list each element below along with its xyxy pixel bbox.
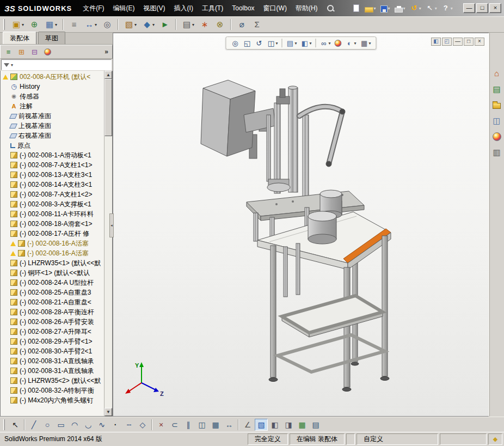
dropdown-arrow-icon[interactable]: ▾ — [192, 22, 194, 27]
new-file-icon[interactable]: ▾ — [351, 2, 361, 14]
zoom-area-icon[interactable]: ◱▾ — [241, 38, 253, 48]
tree-item[interactable]: (-) 002-008-17-A压杆 修 — [1, 229, 104, 239]
tree-item[interactable]: 上视基准面 — [1, 121, 104, 131]
menu-item[interactable]: 编辑(E) — [109, 0, 139, 16]
centerline-icon[interactable]: ╌ — [122, 419, 136, 431]
smart-fasteners-icon[interactable]: ≡▾ — [67, 18, 81, 31]
configurationmanager-tab[interactable]: ⊟ — [29, 47, 40, 57]
tree-item[interactable]: (-) 002-008-24-A U型拉杆 — [1, 278, 104, 288]
doc-close-button[interactable]: × — [475, 38, 484, 46]
move-component-icon[interactable]: ↔▾ — [82, 18, 99, 31]
linear-sketch-pattern-icon[interactable]: ▦ — [209, 419, 222, 431]
view-settings-icon[interactable]: ▦▾ — [359, 38, 373, 48]
linear-component-pattern-icon[interactable]: ▦▾ — [42, 18, 59, 31]
apply-scene-icon[interactable]: ◐▾ — [344, 38, 358, 48]
search-icon[interactable] — [327, 4, 335, 13]
tree-item[interactable]: (-) 002-008-13-A支柱3<1 — [1, 170, 104, 180]
tab-assembly[interactable]: 装配体 — [3, 32, 36, 44]
interference-detection-icon[interactable]: ⊗▾ — [213, 18, 227, 31]
dropdown-arrow-icon[interactable]: ▾ — [152, 22, 155, 27]
dropdown-arrow-icon[interactable]: ▾ — [354, 41, 357, 46]
displaymanager-tab[interactable] — [42, 47, 53, 57]
dropdown-arrow-icon[interactable]: ▾ — [369, 41, 371, 46]
tree-item[interactable]: (-) 002-008-29-A手臂<1> — [1, 337, 104, 346]
open-file-icon[interactable]: ▾ — [364, 2, 377, 14]
mass-properties-icon[interactable]: Σ▾ — [250, 18, 264, 31]
tree-scrollbar[interactable]: ▲ ▼ — [104, 71, 112, 416]
exploded-view-icon[interactable]: ∗▾ — [198, 18, 212, 31]
menu-item[interactable]: 视图(V) — [139, 0, 170, 16]
point-icon[interactable]: · — [109, 419, 122, 431]
tree-item[interactable]: (-) 002-008-11-A卡环科料 — [1, 209, 104, 219]
propertymanager-tab[interactable]: ⊞ — [16, 47, 27, 57]
tree-item[interactable]: (-) 002-008-14-A支柱3<1 — [1, 180, 104, 190]
dropdown-arrow-icon[interactable]: ▾ — [451, 6, 453, 11]
tree-item[interactable]: (-) 002-008-21-A自重盘< — [1, 297, 104, 307]
polygon-icon[interactable]: ◇ — [136, 419, 149, 431]
tree-item[interactable]: (-) 002-008-16-A活塞 — [1, 239, 104, 248]
table-icon[interactable]: ▤ — [309, 419, 322, 431]
tree-item[interactable]: (-) 002-008-16-A活塞 — [1, 248, 104, 258]
tree-item[interactable]: 002-008-A压环机 (默认< — [1, 72, 104, 82]
tree-item[interactable]: 前视基准面 — [1, 111, 104, 121]
three-point-arc-icon[interactable]: ◡ — [82, 419, 95, 431]
tree-item[interactable]: (-) 铜环<1> (默认<<默认 — [1, 268, 104, 278]
dropdown-arrow-icon[interactable]: ▾ — [134, 22, 137, 27]
tab-sketch[interactable]: 草图 — [38, 32, 65, 44]
filter-dropdown-icon[interactable] — [11, 63, 13, 68]
tree-item[interactable]: (-) 002-008-18-A滑套<1> — [1, 219, 104, 229]
tree-item[interactable]: (-) 002-008-28-A平衡连杆 — [1, 307, 104, 317]
circle-icon[interactable]: ○ — [41, 419, 54, 431]
bill-of-materials-icon[interactable]: ▤▾ — [180, 18, 196, 31]
dropdown-arrow-icon[interactable]: ▾ — [275, 41, 278, 46]
tree-item[interactable]: 传感器 — [1, 91, 104, 101]
tree-item[interactable]: (-) 002-008-3-A支撑板<1 — [1, 199, 104, 209]
view-palette-icon[interactable]: ◫ — [491, 115, 503, 127]
print-icon[interactable]: ▾ — [394, 2, 407, 14]
dropdown-arrow-icon[interactable]: ▾ — [309, 41, 311, 46]
assembly-features-icon[interactable]: ▧▾ — [122, 18, 139, 31]
rectangle-icon[interactable]: ▭ — [54, 419, 67, 431]
dropdown-arrow-icon[interactable]: ▾ — [403, 6, 405, 11]
section-view-icon[interactable]: ◫▾ — [265, 38, 279, 48]
doc-minimize-button[interactable]: — — [453, 38, 463, 46]
tree-item[interactable]: (-) 002-008-31-A直线轴承 — [1, 366, 104, 376]
select-arrow-icon[interactable]: ↖ — [9, 419, 22, 431]
undo-icon[interactable]: ▾ — [409, 2, 422, 14]
tree-item[interactable]: (-) M4x20内六角锥头螺钉 — [1, 395, 104, 405]
mate-icon[interactable]: ⊕▾ — [27, 18, 41, 31]
custom-menu[interactable]: 自定义 — [357, 433, 438, 445]
shaded-view-icon[interactable]: ◧ — [268, 419, 281, 431]
tree-item[interactable]: (-) 002-008-7-A支柱1<2> — [1, 190, 104, 199]
graphics-area[interactable]: ◎▾ ◱▾ ↺▾ ◫▾ ▾ ▤▾ ◧▾ ▾ ∞▾ ▾ — [113, 33, 489, 417]
dropdown-arrow-icon[interactable]: ▾ — [294, 41, 297, 46]
tree-item[interactable]: (-) 002-008-25-A自重盘3 — [1, 288, 104, 297]
menu-item[interactable]: 文件(F) — [78, 0, 108, 16]
featuremanager-tab[interactable]: ≡ — [3, 47, 14, 57]
display-style-icon[interactable]: ◧▾ — [299, 38, 313, 48]
graphics-area-model[interactable] — [113, 33, 489, 417]
solidworks-resources-icon[interactable]: ⌂ — [491, 68, 503, 80]
dropdown-arrow-icon[interactable]: ▾ — [388, 6, 390, 11]
hide-show-items-icon[interactable]: ∞▾ — [318, 38, 333, 48]
previous-view-icon[interactable]: ↺▾ — [253, 38, 265, 48]
appearances-scenes-icon[interactable] — [491, 131, 503, 143]
tree-item[interactable]: (-) 002-008-7-A支柱1<1> — [1, 160, 104, 170]
view-orientation-icon[interactable]: ▤▾ — [284, 38, 298, 48]
save-icon[interactable]: ▾ — [379, 2, 391, 14]
scroll-thumb[interactable] — [105, 79, 112, 136]
reference-geometry-icon[interactable]: ◆▾ — [140, 18, 157, 31]
scroll-down-icon[interactable]: ▼ — [105, 408, 112, 416]
menu-item[interactable]: 窗口(W) — [259, 0, 291, 16]
menu-item[interactable]: 工具(T) — [198, 0, 228, 16]
measure-icon[interactable]: ⌀▾ — [235, 18, 249, 31]
dropdown-arrow-icon[interactable]: ▾ — [435, 6, 437, 11]
arc-icon[interactable]: ◠ — [68, 419, 81, 431]
filter-input[interactable] — [15, 61, 109, 69]
smart-dimension-icon[interactable]: ∠ — [241, 419, 254, 431]
grid-icon[interactable]: ▦ — [296, 419, 309, 431]
tree-item[interactable]: 原点 — [1, 140, 104, 150]
tree-item[interactable]: (-) 002-008-26-A手臂安装 — [1, 317, 104, 327]
file-explorer-icon[interactable] — [491, 99, 503, 111]
view-orientation-cube-icon[interactable]: ▧ — [255, 419, 268, 431]
